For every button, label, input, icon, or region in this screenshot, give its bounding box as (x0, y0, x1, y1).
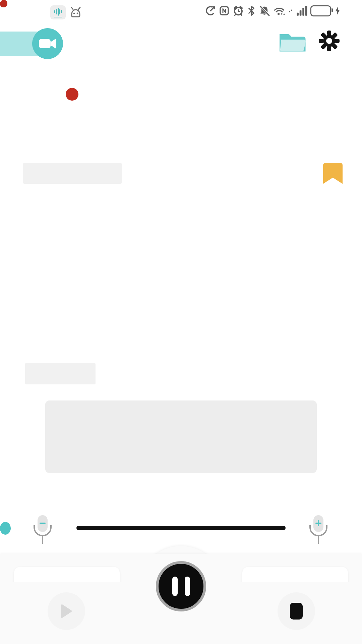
waveform-panel[interactable] (0, 217, 362, 329)
mic-volume-slider[interactable] (76, 526, 286, 530)
alarm-icon (233, 5, 244, 16)
mic-source-label (25, 363, 96, 384)
signal-bars-icon (296, 5, 307, 16)
plus-icon (318, 520, 319, 526)
pause-button[interactable] (156, 561, 206, 611)
status-icons (205, 4, 346, 17)
data-saver-icon (205, 5, 216, 16)
mic-volume-slider-knob[interactable] (0, 522, 11, 535)
stop-icon (290, 603, 303, 620)
audio-recorder-screen (0, 0, 362, 644)
charging-bolt-icon (334, 6, 341, 16)
mic-volume-up-button[interactable] (307, 513, 330, 547)
play-icon (60, 604, 72, 618)
play-button[interactable] (48, 592, 85, 630)
equalizer-icon (54, 8, 62, 16)
timeline-ruler[interactable] (0, 191, 362, 205)
playhead-bottom-handle[interactable] (0, 0, 7, 7)
stop-button[interactable] (278, 592, 315, 630)
gear-icon (318, 30, 340, 52)
nfc-icon (219, 5, 230, 16)
network-type-indicator (288, 9, 293, 12)
minus-icon (40, 523, 46, 524)
folder-icon (277, 32, 308, 54)
bell-muted-icon (259, 5, 270, 16)
level-meter (45, 400, 317, 473)
battery-indicator (310, 5, 331, 16)
settings-button[interactable] (318, 30, 340, 53)
badge-caption-marks (54, 17, 62, 17)
mic-volume-down-button[interactable] (31, 513, 54, 547)
recordings-folder-button[interactable] (277, 32, 308, 55)
recording-indicator-dot (66, 88, 78, 101)
video-camera-icon (39, 37, 57, 50)
pause-icon (172, 577, 178, 596)
robot-notification-icon (69, 5, 82, 19)
video-mode-toggle-knob[interactable] (32, 28, 63, 59)
recorder-app-badge-icon (50, 5, 66, 19)
wifi-icon (273, 5, 285, 16)
storage-remaining (23, 163, 122, 184)
bluetooth-icon (247, 5, 256, 16)
bookmark-marker-button[interactable] (323, 163, 343, 184)
